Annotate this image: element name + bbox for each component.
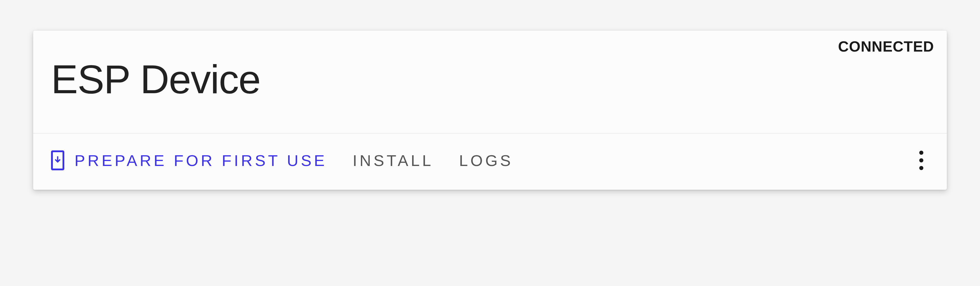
prepare-group: PREPARE FOR FIRST USE	[51, 150, 327, 170]
card-actions: PREPARE FOR FIRST USE INSTALL LOGS	[33, 134, 947, 190]
download-device-icon	[51, 150, 64, 170]
prepare-first-use-button[interactable]: PREPARE FOR FIRST USE	[75, 152, 327, 169]
more-menu-button[interactable]	[914, 149, 929, 172]
more-vertical-icon	[919, 151, 923, 155]
device-card: CONNECTED ESP Device PREPARE FOR FIRST U…	[33, 30, 947, 190]
card-header: CONNECTED ESP Device	[33, 30, 947, 134]
more-vertical-icon	[919, 158, 923, 162]
connection-status-badge: CONNECTED	[838, 38, 934, 55]
device-title: ESP Device	[51, 56, 929, 102]
install-button[interactable]: INSTALL	[353, 152, 434, 169]
more-vertical-icon	[919, 166, 923, 170]
logs-button[interactable]: LOGS	[459, 152, 513, 169]
